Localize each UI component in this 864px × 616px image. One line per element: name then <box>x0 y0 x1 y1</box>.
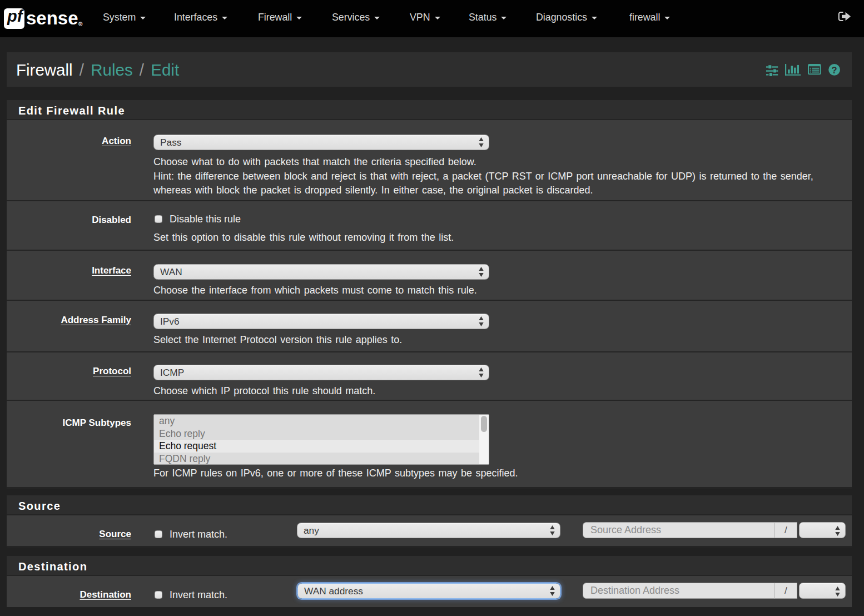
svg-text:?: ? <box>832 65 837 75</box>
